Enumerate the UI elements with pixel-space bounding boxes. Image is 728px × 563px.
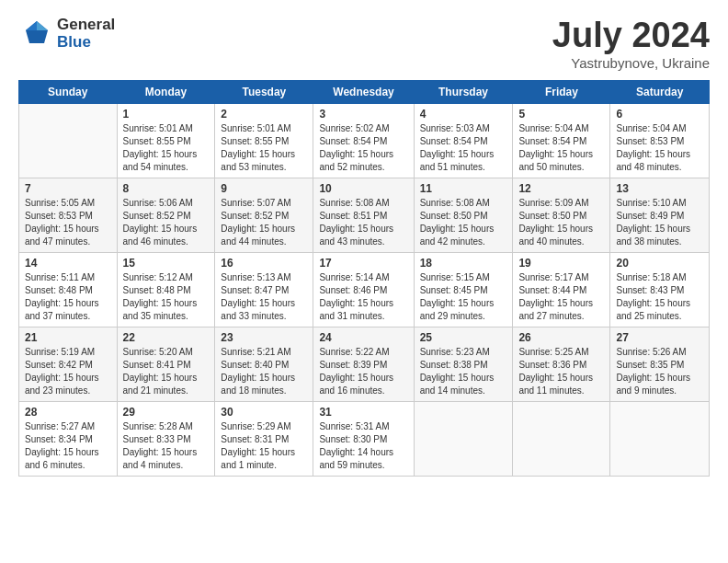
calendar-cell: 3Sunrise: 5:02 AM Sunset: 8:54 PM Daylig… xyxy=(313,103,414,178)
cell-info: Sunrise: 5:14 AM Sunset: 8:46 PM Dayligh… xyxy=(319,271,407,323)
day-number: 18 xyxy=(420,257,507,270)
day-number: 6 xyxy=(616,108,703,121)
cell-info: Sunrise: 5:12 AM Sunset: 8:48 PM Dayligh… xyxy=(123,271,210,323)
day-number: 23 xyxy=(221,331,307,344)
col-saturday: Saturday xyxy=(610,80,710,103)
week-row-3: 14Sunrise: 5:11 AM Sunset: 8:48 PM Dayli… xyxy=(19,252,710,327)
calendar-cell: 27Sunrise: 5:26 AM Sunset: 8:35 PM Dayli… xyxy=(610,327,710,401)
title-location: Yastrubynove, Ukraine xyxy=(552,55,710,71)
calendar-cell: 22Sunrise: 5:20 AM Sunset: 8:41 PM Dayli… xyxy=(117,327,215,401)
cell-info: Sunrise: 5:08 AM Sunset: 8:51 PM Dayligh… xyxy=(319,197,407,248)
day-number: 13 xyxy=(616,182,703,195)
day-number: 1 xyxy=(123,108,210,121)
cell-info: Sunrise: 5:29 AM Sunset: 8:31 PM Dayligh… xyxy=(221,420,307,472)
calendar-cell: 29Sunrise: 5:28 AM Sunset: 8:33 PM Dayli… xyxy=(117,401,215,476)
logo-text: General Blue xyxy=(57,17,115,51)
cell-info: Sunrise: 5:25 AM Sunset: 8:36 PM Dayligh… xyxy=(518,346,604,397)
day-number: 28 xyxy=(25,406,111,419)
calendar-cell xyxy=(513,401,610,476)
day-number: 10 xyxy=(319,182,407,195)
calendar-cell xyxy=(19,103,118,178)
cell-info: Sunrise: 5:31 AM Sunset: 8:30 PM Dayligh… xyxy=(319,420,407,472)
calendar-cell: 23Sunrise: 5:21 AM Sunset: 8:40 PM Dayli… xyxy=(215,327,313,401)
calendar-cell: 28Sunrise: 5:27 AM Sunset: 8:34 PM Dayli… xyxy=(19,401,118,476)
cell-info: Sunrise: 5:05 AM Sunset: 8:53 PM Dayligh… xyxy=(25,197,111,248)
calendar-cell: 16Sunrise: 5:13 AM Sunset: 8:47 PM Dayli… xyxy=(215,252,313,327)
cell-info: Sunrise: 5:02 AM Sunset: 8:54 PM Dayligh… xyxy=(319,122,407,174)
day-number: 16 xyxy=(221,257,307,270)
cell-info: Sunrise: 5:28 AM Sunset: 8:33 PM Dayligh… xyxy=(123,420,210,472)
calendar-cell: 10Sunrise: 5:08 AM Sunset: 8:51 PM Dayli… xyxy=(313,178,414,252)
cell-info: Sunrise: 5:21 AM Sunset: 8:40 PM Dayligh… xyxy=(221,346,307,397)
calendar-cell: 13Sunrise: 5:10 AM Sunset: 8:49 PM Dayli… xyxy=(610,178,710,252)
cell-info: Sunrise: 5:06 AM Sunset: 8:52 PM Dayligh… xyxy=(123,197,210,248)
calendar-cell: 31Sunrise: 5:31 AM Sunset: 8:30 PM Dayli… xyxy=(313,401,414,476)
cell-info: Sunrise: 5:01 AM Sunset: 8:55 PM Dayligh… xyxy=(123,122,210,174)
day-number: 21 xyxy=(25,331,111,344)
calendar-cell: 21Sunrise: 5:19 AM Sunset: 8:42 PM Dayli… xyxy=(19,327,118,401)
day-number: 29 xyxy=(123,406,210,419)
cell-info: Sunrise: 5:17 AM Sunset: 8:44 PM Dayligh… xyxy=(518,271,604,323)
day-number: 19 xyxy=(518,257,604,270)
calendar-cell: 18Sunrise: 5:15 AM Sunset: 8:45 PM Dayli… xyxy=(414,252,513,327)
day-number: 9 xyxy=(221,182,307,195)
calendar-cell: 11Sunrise: 5:08 AM Sunset: 8:50 PM Dayli… xyxy=(414,178,513,252)
day-number: 30 xyxy=(221,406,307,419)
calendar-cell: 4Sunrise: 5:03 AM Sunset: 8:54 PM Daylig… xyxy=(414,103,513,178)
cell-info: Sunrise: 5:04 AM Sunset: 8:54 PM Dayligh… xyxy=(518,122,604,174)
svg-marker-1 xyxy=(37,21,48,30)
calendar-cell: 9Sunrise: 5:07 AM Sunset: 8:52 PM Daylig… xyxy=(215,178,313,252)
day-number: 5 xyxy=(518,108,604,121)
calendar-cell: 25Sunrise: 5:23 AM Sunset: 8:38 PM Dayli… xyxy=(414,327,513,401)
day-number: 11 xyxy=(420,182,507,195)
calendar-cell: 14Sunrise: 5:11 AM Sunset: 8:48 PM Dayli… xyxy=(19,252,118,327)
day-number: 22 xyxy=(123,331,210,344)
col-tuesday: Tuesday xyxy=(215,80,313,103)
day-number: 8 xyxy=(123,182,210,195)
calendar-cell: 26Sunrise: 5:25 AM Sunset: 8:36 PM Dayli… xyxy=(513,327,610,401)
day-number: 2 xyxy=(221,108,307,121)
week-row-1: 1Sunrise: 5:01 AM Sunset: 8:55 PM Daylig… xyxy=(19,103,710,178)
calendar-cell: 20Sunrise: 5:18 AM Sunset: 8:43 PM Dayli… xyxy=(610,252,710,327)
calendar-cell: 1Sunrise: 5:01 AM Sunset: 8:55 PM Daylig… xyxy=(117,103,215,178)
logo: General Blue xyxy=(18,17,115,51)
cell-info: Sunrise: 5:01 AM Sunset: 8:55 PM Dayligh… xyxy=(221,122,307,174)
logo-general-text: General xyxy=(57,17,115,34)
page: General Blue July 2024 Yastrubynove, Ukr… xyxy=(0,0,728,486)
day-number: 24 xyxy=(319,331,407,344)
calendar-cell: 15Sunrise: 5:12 AM Sunset: 8:48 PM Dayli… xyxy=(117,252,215,327)
cell-info: Sunrise: 5:11 AM Sunset: 8:48 PM Dayligh… xyxy=(25,271,111,323)
title-block: July 2024 Yastrubynove, Ukraine xyxy=(552,17,710,71)
day-number: 15 xyxy=(123,257,210,270)
col-thursday: Thursday xyxy=(414,80,513,103)
calendar-cell xyxy=(610,401,710,476)
day-number: 14 xyxy=(25,257,111,270)
logo-icon xyxy=(18,17,51,51)
calendar-cell: 5Sunrise: 5:04 AM Sunset: 8:54 PM Daylig… xyxy=(513,103,610,178)
col-monday: Monday xyxy=(117,80,215,103)
cell-info: Sunrise: 5:15 AM Sunset: 8:45 PM Dayligh… xyxy=(420,271,507,323)
col-wednesday: Wednesday xyxy=(313,80,414,103)
calendar-cell: 12Sunrise: 5:09 AM Sunset: 8:50 PM Dayli… xyxy=(513,178,610,252)
calendar-cell: 19Sunrise: 5:17 AM Sunset: 8:44 PM Dayli… xyxy=(513,252,610,327)
day-number: 3 xyxy=(319,108,407,121)
calendar-cell: 6Sunrise: 5:04 AM Sunset: 8:53 PM Daylig… xyxy=(610,103,710,178)
calendar-cell: 8Sunrise: 5:06 AM Sunset: 8:52 PM Daylig… xyxy=(117,178,215,252)
header: General Blue July 2024 Yastrubynove, Ukr… xyxy=(18,17,710,71)
cell-info: Sunrise: 5:08 AM Sunset: 8:50 PM Dayligh… xyxy=(420,197,507,248)
day-number: 20 xyxy=(616,257,703,270)
week-row-2: 7Sunrise: 5:05 AM Sunset: 8:53 PM Daylig… xyxy=(19,178,710,252)
day-number: 17 xyxy=(319,257,407,270)
day-number: 27 xyxy=(616,331,703,344)
day-number: 7 xyxy=(25,182,111,195)
week-row-5: 28Sunrise: 5:27 AM Sunset: 8:34 PM Dayli… xyxy=(19,401,710,476)
cell-info: Sunrise: 5:22 AM Sunset: 8:39 PM Dayligh… xyxy=(319,346,407,397)
calendar-cell: 30Sunrise: 5:29 AM Sunset: 8:31 PM Dayli… xyxy=(215,401,313,476)
calendar-table: Sunday Monday Tuesday Wednesday Thursday… xyxy=(18,80,710,477)
calendar-cell xyxy=(414,401,513,476)
week-row-4: 21Sunrise: 5:19 AM Sunset: 8:42 PM Dayli… xyxy=(19,327,710,401)
calendar-cell: 17Sunrise: 5:14 AM Sunset: 8:46 PM Dayli… xyxy=(313,252,414,327)
title-month: July 2024 xyxy=(552,17,710,55)
cell-info: Sunrise: 5:27 AM Sunset: 8:34 PM Dayligh… xyxy=(25,420,111,472)
calendar-cell: 7Sunrise: 5:05 AM Sunset: 8:53 PM Daylig… xyxy=(19,178,118,252)
